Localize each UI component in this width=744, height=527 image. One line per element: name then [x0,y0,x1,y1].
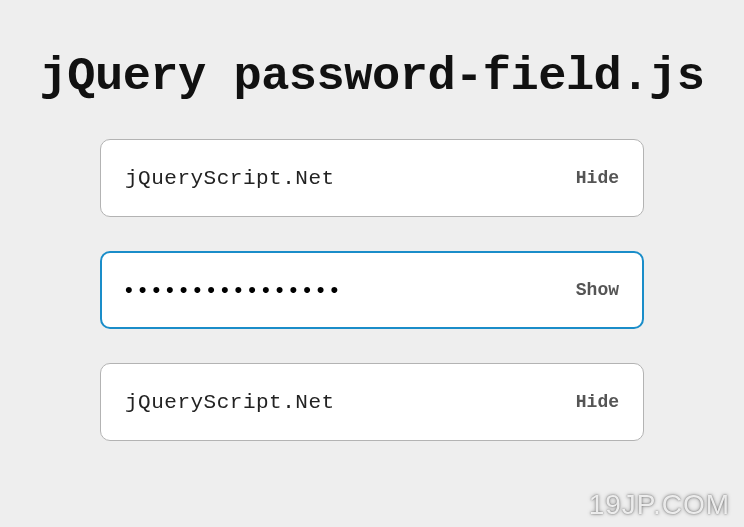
password-input[interactable] [125,167,564,190]
password-fields-container: Hide Show Hide [100,139,644,441]
password-input[interactable] [125,391,564,414]
password-field-row: Hide [100,139,644,217]
password-input[interactable] [125,277,564,303]
password-field-row: Hide [100,363,644,441]
toggle-visibility-button[interactable]: Show [564,280,619,300]
page-title: jQuery password-field.js [0,0,744,139]
password-field-row: Show [100,251,644,329]
toggle-visibility-button[interactable]: Hide [564,392,619,412]
watermark-text: 19JP.COM [589,489,730,521]
toggle-visibility-button[interactable]: Hide [564,168,619,188]
